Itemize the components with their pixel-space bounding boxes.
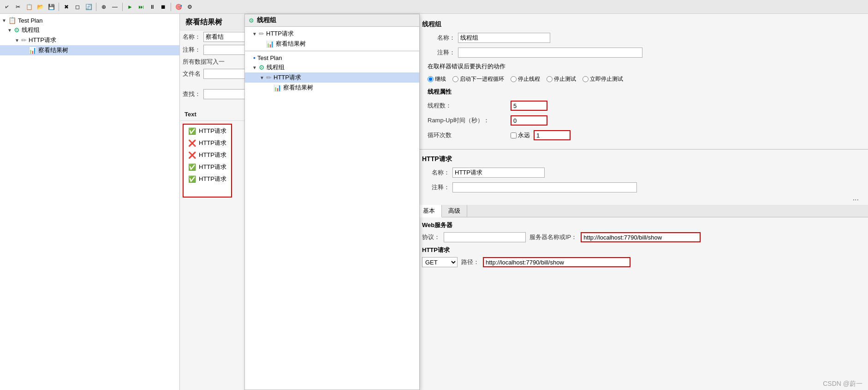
- tg-name-label: 名称：: [428, 34, 455, 42]
- radio-stop-immediate[interactable]: 立即停止测试: [583, 75, 623, 83]
- toolbar-btn-reset[interactable]: ◻: [72, 2, 83, 12]
- toolbar-btn-target[interactable]: 🎯: [173, 2, 184, 12]
- result-mid-icon: 📊: [266, 40, 274, 48]
- main-layout: ▼ 📋 Test Plan ▼ ⚙ 线程组 ▼ ✏ HTTP请求 📊 察看结果树: [0, 14, 868, 390]
- method-select[interactable]: GET POST PUT DELETE: [422, 257, 458, 267]
- loop-row: 循环次数 永远: [422, 128, 862, 143]
- thread-count-input[interactable]: [511, 101, 547, 111]
- http-method-row: GET POST PUT DELETE 路径：: [422, 257, 862, 267]
- arrow-http-left: ▼: [15, 38, 21, 43]
- toolbar-btn-1[interactable]: 🗸: [2, 2, 12, 12]
- server-input[interactable]: [581, 232, 701, 242]
- http-comment-input[interactable]: [452, 182, 637, 192]
- toolbar-btn-pause[interactable]: ⏸: [147, 2, 157, 12]
- radio-continue-input[interactable]: [428, 76, 434, 82]
- result-search-label: 查找：: [183, 90, 201, 98]
- radio-stop-thread-label: 停止线程: [518, 75, 540, 83]
- http-request-config: HTTP请求 名称： 注释： ··· 基本 高级: [416, 152, 868, 274]
- http-mid-icon: ✏: [259, 30, 264, 37]
- bottom-tree-http[interactable]: ▼ ✏ HTTP请求: [245, 72, 419, 83]
- toolbar-sep-3: [122, 3, 123, 11]
- status-icon-green-4: ✅: [188, 175, 196, 183]
- radio-next-loop-input[interactable]: [452, 76, 458, 82]
- tg-name-input[interactable]: [458, 33, 550, 43]
- toolbar-btn-stop[interactable]: ⏹: [158, 2, 168, 12]
- loop-count-input[interactable]: [534, 130, 571, 140]
- result-item-label-3: HTTP请求: [199, 163, 226, 171]
- toolbar-btn-copy[interactable]: 📋: [24, 2, 34, 12]
- radio-next-loop-label: 启动下一进程循环: [460, 75, 504, 83]
- toolbar-btn-minus[interactable]: —: [110, 2, 120, 12]
- toolbar-btn-skip[interactable]: ⏭: [136, 2, 146, 12]
- radio-continue[interactable]: 继续: [428, 75, 446, 83]
- forever-checkbox[interactable]: [511, 132, 517, 138]
- http-tree-panel-title: ⚙: [249, 17, 254, 24]
- protocol-input[interactable]: [444, 232, 526, 242]
- arrow-http-mid: ▼: [252, 31, 259, 36]
- toolbar-btn-refresh[interactable]: 🔄: [83, 2, 94, 12]
- status-icon-red-2: ❌: [188, 151, 196, 159]
- status-icon-green-0: ✅: [188, 127, 196, 135]
- rampup-input[interactable]: [511, 115, 547, 126]
- http-name-label: 名称：: [422, 168, 450, 177]
- result-list-item-1[interactable]: ❌ HTTP请求: [184, 138, 230, 149]
- toolbar-btn-open[interactable]: 📂: [35, 2, 45, 12]
- http-name-input[interactable]: [452, 168, 545, 178]
- bottom-testplan-label: Test Plan: [257, 54, 282, 61]
- arrow-test-plan: ▼: [2, 18, 8, 23]
- tree-item-test-plan[interactable]: ▼ 📋 Test Plan: [0, 16, 179, 25]
- bottom-http-label: HTTP请求: [273, 73, 301, 82]
- path-input[interactable]: [483, 257, 630, 267]
- radio-stop-immediate-input[interactable]: [583, 76, 589, 82]
- arrow-bottom-thread: ▼: [252, 65, 259, 70]
- http-tree-panel-label: 线程组: [257, 16, 276, 24]
- http-request-left-icon: ✏: [21, 36, 27, 44]
- bottom-tree-thread[interactable]: ▼ ⚙ 线程组: [245, 62, 419, 72]
- http-comment-label: 注释：: [422, 183, 450, 192]
- bottom-tree-testplan[interactable]: ▪ Test Plan: [245, 53, 419, 62]
- radio-stop-thread[interactable]: 停止线程: [511, 75, 540, 83]
- toolbar-sep-4: [171, 3, 171, 11]
- result-list-item-0[interactable]: ✅ HTTP请求: [184, 126, 230, 137]
- toolbar-btn-delete[interactable]: ✖: [61, 2, 71, 12]
- radio-stop-test-input[interactable]: [547, 76, 553, 82]
- result-list-item-3[interactable]: ✅ HTTP请求: [184, 162, 230, 173]
- tree-item-result-tree-left[interactable]: 📊 察看结果树: [0, 45, 179, 55]
- http-name-row: 名称：: [416, 165, 868, 180]
- tg-action-row: 在取样器错误后要执行的动作: [422, 60, 862, 73]
- toolbar-btn-save[interactable]: 💾: [46, 2, 56, 12]
- tree-item-http-request-left[interactable]: ▼ ✏ HTTP请求: [0, 35, 179, 45]
- http-tree-item-http[interactable]: ▼ ✏ HTTP请求: [245, 29, 419, 39]
- overlay-container: 察看结果树 名称： 注释： 所有数据写入一 文件名 ▲▼ 查找： ▲▼: [180, 14, 868, 390]
- result-tree-left-label: 察看结果树: [38, 46, 68, 54]
- http-tree-item-result[interactable]: 📊 察看结果树: [245, 39, 419, 49]
- http-tabs: 基本 高级: [416, 205, 868, 217]
- status-icon-green-3: ✅: [188, 163, 196, 171]
- thread-group-label: 线程组: [22, 26, 40, 34]
- bottom-tree-result[interactable]: 📊 察看结果树: [245, 83, 419, 93]
- toolbar-btn-add[interactable]: ⊕: [99, 2, 109, 12]
- radio-next-loop[interactable]: 启动下一进程循环: [452, 75, 504, 83]
- radio-stop-test[interactable]: 停止测试: [547, 75, 576, 83]
- tg-comment-row: 注释：: [422, 45, 862, 60]
- tg-props-title: 线程属性: [428, 88, 452, 96]
- http-top-tree: ▼ ✏ HTTP请求 📊 察看结果树: [245, 27, 419, 51]
- tree-item-thread-group[interactable]: ▼ ⚙ 线程组: [0, 25, 179, 35]
- tab-advanced[interactable]: 高级: [442, 205, 467, 217]
- result-tree-left-icon: 📊: [29, 47, 36, 54]
- result-list-item-2[interactable]: ❌ HTTP请求: [184, 150, 230, 161]
- more-dots-row: ···: [416, 195, 868, 205]
- tg-comment-input[interactable]: [458, 48, 642, 58]
- bottom-thread-label: 线程组: [267, 63, 285, 72]
- result-mid-label: 察看结果树: [276, 40, 306, 48]
- result-list-box: ✅ HTTP请求 ❌ HTTP请求 ❌ HTTP请求 ✅ HTTP请求 ✅: [183, 124, 232, 198]
- tab-basic[interactable]: 基本: [416, 205, 442, 217]
- radio-stop-thread-input[interactable]: [511, 76, 517, 82]
- bottom-thread-icon: ⚙: [259, 64, 265, 71]
- toolbar-btn-cut[interactable]: ✂: [13, 2, 23, 12]
- result-list-item-4[interactable]: ✅ HTTP请求: [184, 174, 230, 185]
- toolbar-btn-run[interactable]: ►: [125, 2, 135, 12]
- bottom-testplan-icon: ▪: [253, 54, 256, 61]
- toolbar-btn-gear[interactable]: ⚙: [184, 2, 195, 12]
- result-write-label: 所有数据写入一: [183, 58, 225, 66]
